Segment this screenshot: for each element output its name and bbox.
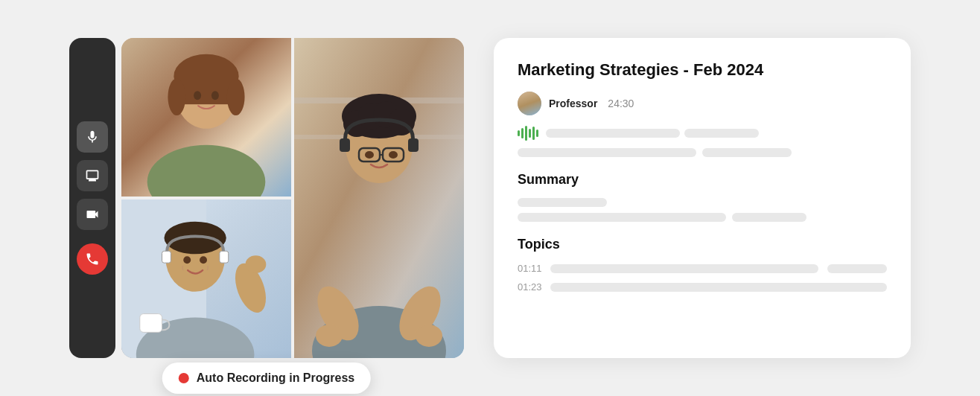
video-grid [121, 38, 464, 358]
video-cell-2 [294, 38, 464, 358]
svg-point-7 [194, 91, 201, 100]
transcript-skeleton-2 [684, 129, 759, 138]
avatar [518, 92, 541, 115]
waveform-bar-3 [525, 126, 527, 141]
svg-rect-39 [140, 314, 162, 333]
svg-rect-35 [220, 251, 229, 263]
waveform-icon [518, 126, 538, 141]
person-3-silhouette [121, 199, 291, 358]
svg-point-29 [389, 151, 398, 159]
svg-rect-34 [162, 251, 171, 263]
topics-title: Topics [518, 237, 887, 252]
speaker-name: Professor [549, 98, 597, 109]
svg-point-4 [168, 78, 185, 115]
video-panel: Auto Recording in Progress [69, 38, 464, 358]
video-cell-1 [121, 38, 291, 197]
waveform-row [518, 126, 887, 141]
svg-rect-18 [340, 138, 350, 152]
waveform-bar-6 [536, 130, 538, 137]
sum-sk-3 [732, 213, 806, 222]
transcript-skeleton-row-1 [518, 148, 887, 157]
summary-skeleton-row-1 [518, 198, 887, 207]
topic-row-2: 01:23 [518, 281, 887, 293]
person-2-silhouette [294, 38, 464, 358]
camera-icon [85, 207, 100, 222]
sidebar-controls [69, 38, 115, 358]
end-call-icon [85, 252, 100, 266]
svg-rect-19 [408, 138, 419, 152]
sum-sk-1 [518, 198, 607, 207]
svg-point-40 [183, 256, 191, 264]
sum-sk-2 [518, 213, 726, 222]
waveform-bar-4 [529, 129, 531, 138]
video-cell-3 [121, 199, 291, 358]
mic-icon [85, 130, 100, 144]
speaker-row: Professor 24:30 [518, 92, 887, 115]
topic-line-2 [550, 283, 887, 292]
svg-point-38 [246, 255, 267, 273]
main-container: Auto Recording in Progress Marketing Str… [0, 0, 980, 396]
topic-time-1: 01:11 [518, 263, 541, 274]
summary-title: Summary [518, 172, 887, 188]
svg-point-41 [200, 256, 207, 264]
recording-dot [179, 373, 189, 383]
summary-skeleton-group [518, 198, 887, 222]
svg-point-8 [211, 91, 219, 100]
waveform-bar-1 [518, 130, 520, 136]
end-call-button[interactable] [77, 243, 108, 275]
topic-line-1 [550, 264, 818, 273]
camera-button[interactable] [77, 199, 108, 230]
svg-point-26 [316, 325, 343, 347]
svg-point-28 [365, 151, 374, 159]
svg-point-27 [416, 325, 442, 347]
recording-text: Auto Recording in Progress [197, 371, 354, 385]
meeting-title: Marketing Strategies - Feb 2024 [518, 60, 887, 80]
recording-badge: Auto Recording in Progress [162, 363, 371, 394]
sk-line-1 [518, 148, 696, 157]
topic-row-1: 01:11 [518, 263, 887, 274]
transcript-panel: Marketing Strategies - Feb 2024 Professo… [494, 38, 911, 358]
topic-line-1b [827, 264, 887, 273]
speaker-time: 24:30 [608, 98, 634, 109]
topic-time-2: 01:23 [518, 281, 541, 293]
screen-share-button[interactable] [77, 160, 108, 191]
transcript-skeleton-1 [546, 129, 680, 138]
sk-line-2 [702, 148, 792, 157]
waveform-bar-2 [521, 128, 524, 138]
summary-skeleton-row-2 [518, 213, 887, 222]
svg-point-5 [227, 78, 245, 115]
person-1-silhouette [121, 38, 291, 197]
screen-icon [85, 168, 100, 183]
mic-button[interactable] [77, 121, 108, 153]
waveform-bar-5 [532, 127, 535, 140]
transcript-skeleton-group [518, 148, 887, 157]
